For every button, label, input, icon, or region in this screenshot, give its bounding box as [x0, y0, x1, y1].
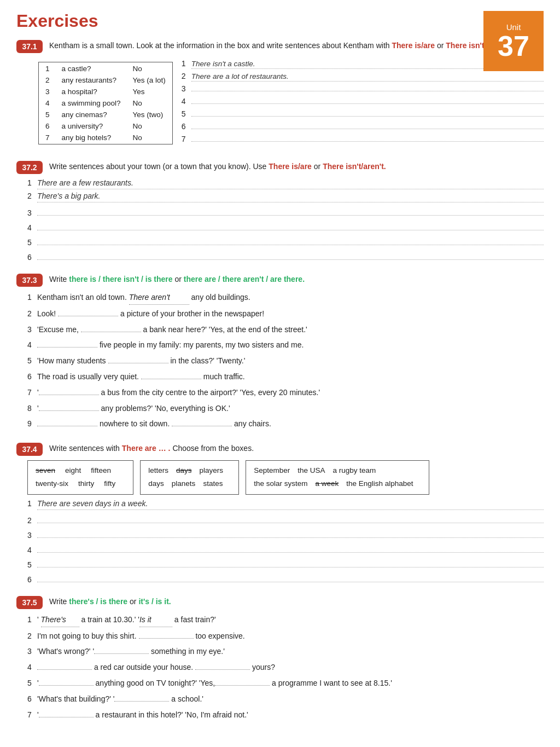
section-header-37-4: 37.4 Write sentences with There are … . …	[16, 443, 544, 456]
section-37-4: 37.4 Write sentences with There are … . …	[16, 443, 544, 584]
section-37-2: 37.2 Write sentences about your town (or…	[16, 161, 544, 262]
answer-row: 7	[182, 135, 544, 146]
exercise-item: 5'How many students in the class?' 'Twen…	[27, 355, 544, 368]
answer-row: 4	[27, 219, 544, 232]
table-row: 7any big hotels?No	[40, 132, 171, 143]
word-box-context: Septemberthe USAa rugby teamthe solar sy…	[246, 460, 429, 495]
answer-row: 4	[182, 97, 544, 108]
section-header-37-5: 37.5 Write there's / is there or it's / …	[16, 596, 544, 609]
37-3-items: 1Kentham isn't an old town. There aren't…	[27, 291, 544, 431]
exercise-item: 1' There's a train at 10.30.' 'Is it a f…	[27, 613, 544, 627]
answer-row: 6	[27, 571, 544, 584]
37-1-table: 1a castle?No2any restaurants?Yes (a lot)…	[27, 57, 173, 149]
37-4-lines: 1There are seven days in a week.23456	[27, 499, 544, 584]
badge-37-4: 37.4	[16, 443, 43, 456]
section-37-1: 37.1 Kentham is a small town. Look at th…	[16, 40, 544, 149]
exercise-item: 1Kentham isn't an old town. There aren't…	[27, 291, 544, 305]
exercise-item: 3'What's wrong?' ' something in my eye.'	[27, 645, 544, 658]
instruction-37-1: Kentham is a small town. Look at the inf…	[49, 40, 509, 51]
exercise-item: 7' a restaurant in this hotel?' 'No, I'm…	[27, 709, 544, 722]
section-37-5: 37.5 Write there's / is there or it's / …	[16, 596, 544, 722]
answer-row: 2	[27, 512, 544, 525]
37-1-answers: 1There isn't a castle.2There are a lot o…	[182, 57, 544, 149]
answer-row: 5	[27, 557, 544, 569]
answer-row: 3	[27, 205, 544, 217]
badge-37-5: 37.5	[16, 596, 43, 609]
exercise-item: 6'What's that building?' ' a school.'	[27, 693, 544, 706]
exercise-item: 2Look! a picture of your brother in the …	[27, 308, 544, 321]
37-4-boxes: seveneightfifteentwenty-sixthirtyfiftyle…	[27, 460, 544, 495]
answer-row: 2There's a big park.	[27, 192, 544, 202]
answer-row: 6	[182, 122, 544, 133]
table-row: 5any cinemas?Yes (two)	[40, 109, 171, 120]
37-5-items: 1' There's a train at 10.30.' 'Is it a f…	[27, 613, 544, 722]
answer-row: 1There are seven days in a week.	[27, 499, 544, 510]
section-header-37-2: 37.2 Write sentences about your town (or…	[16, 161, 544, 174]
answer-row: 5	[27, 234, 544, 247]
answer-row: 1There are a few restaurants.	[27, 178, 544, 189]
instruction-37-4: Write sentences with There are … . Choos…	[49, 443, 254, 454]
37-1-layout: 1a castle?No2any restaurants?Yes (a lot)…	[27, 57, 544, 149]
answer-row: 3	[182, 84, 544, 95]
section-header-37-1: 37.1 Kentham is a small town. Look at th…	[16, 40, 544, 53]
exercise-item: 6The road is usually very quiet. much tr…	[27, 370, 544, 384]
unit-number: 37	[498, 32, 529, 60]
instruction-37-5: Write there's / is there or it's / is it…	[49, 596, 171, 607]
exercise-item: 5' anything good on TV tonight?' 'Yes, a…	[27, 677, 544, 690]
instruction-37-3: Write there is / there isn't / is there …	[49, 274, 305, 285]
answer-row: 2There are a lot of restaurants.	[182, 72, 544, 83]
table-row: 6a university?No	[40, 121, 171, 131]
answer-row: 5	[182, 109, 544, 120]
page-header: Exercises Unit 37	[16, 11, 544, 31]
unit-badge: Unit 37	[483, 11, 544, 71]
37-2-lines: 1There are a few restaurants.2There's a …	[27, 178, 544, 262]
exercise-item: 4 a red car outside your house. yours?	[27, 661, 544, 674]
section-header-37-3: 37.3 Write there is / there isn't / is t…	[16, 274, 544, 287]
table-row: 1a castle?No	[40, 63, 171, 74]
exercise-item: 4 five people in my family: my parents, …	[27, 339, 544, 352]
badge-37-1: 37.1	[16, 40, 43, 53]
badge-37-2: 37.2	[16, 161, 43, 174]
word-box-things: lettersdaysplayersdaysplanetsstates	[140, 460, 239, 495]
word-box-numbers: seveneightfifteentwenty-sixthirtyfifty	[27, 460, 133, 495]
exercise-item: 3'Excuse me, a bank near here?' 'Yes, at…	[27, 323, 544, 337]
answer-row: 4	[27, 542, 544, 554]
info-table: 1a castle?No2any restaurants?Yes (a lot)…	[38, 62, 173, 144]
exercise-item: 8' any problems?' 'No, everything is OK.…	[27, 402, 544, 415]
exercise-item: 9 nowhere to sit down. any chairs.	[27, 418, 544, 431]
answer-row: 6	[27, 249, 544, 262]
answer-row: 3	[27, 527, 544, 540]
badge-37-3: 37.3	[16, 274, 43, 287]
table-row: 2any restaurants?Yes (a lot)	[40, 75, 171, 85]
table-row: 3a hospital?Yes	[40, 86, 171, 97]
table-row: 4a swimming pool?No	[40, 98, 171, 108]
instruction-37-2: Write sentences about your town (or a to…	[49, 161, 386, 172]
exercise-item: 7' a bus from the city centre to the air…	[27, 386, 544, 399]
page-title: Exercises	[16, 11, 544, 31]
exercise-item: 2I'm not going to buy this shirt. too ex…	[27, 630, 544, 643]
section-37-3: 37.3 Write there is / there isn't / is t…	[16, 274, 544, 431]
